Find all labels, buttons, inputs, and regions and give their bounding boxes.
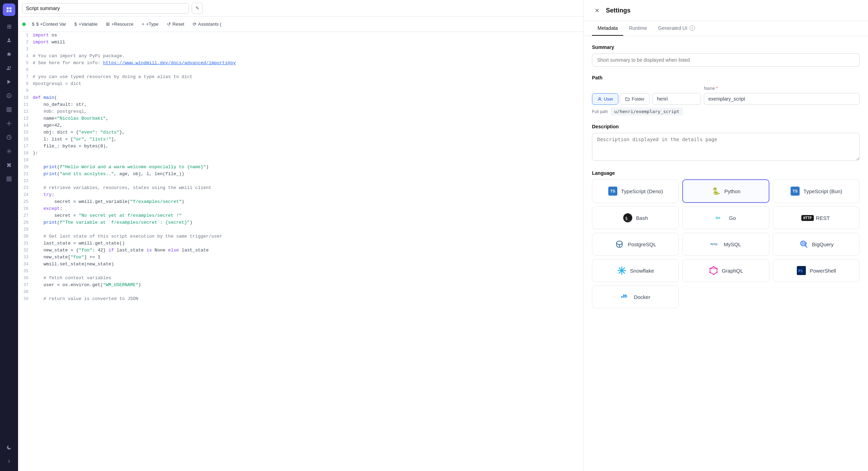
code-line: 28 print(f"The variable at `f/examples/s… (18, 219, 583, 226)
code-line: 18): (18, 150, 583, 157)
folder-icon (625, 97, 630, 102)
lang-mysql[interactable]: MySQL MySQL (682, 233, 769, 256)
code-line: 6 (18, 67, 583, 74)
sidebar-item-user[interactable] (3, 34, 15, 46)
context-var-button[interactable]: $ $ +Context Var (28, 20, 69, 28)
svg-text:$: $ (8, 94, 10, 97)
assistants-icon: ⟳ (193, 22, 197, 27)
settings-header: ✕ Settings (584, 0, 868, 21)
code-line: 31 last_state = wmill.get_state() (18, 240, 583, 247)
assistants-button[interactable]: ⟳ Assistants ( (189, 20, 225, 28)
folder-path-button[interactable]: Folder (620, 93, 650, 105)
path-type-col: User Folder (592, 84, 650, 105)
code-line: 7# you can use typed resources by doing … (18, 74, 583, 80)
sidebar-item-favorites[interactable] (3, 48, 15, 60)
resource-button[interactable]: ⊞ +Resource (102, 20, 137, 28)
sidebar-item-integrations[interactable] (3, 117, 15, 130)
reset-button[interactable]: ↺ Reset (164, 20, 188, 28)
lang-graphql[interactable]: GraphQL (682, 259, 769, 282)
svg-text:Go: Go (716, 216, 720, 220)
powershell-icon: PS (796, 266, 806, 275)
lang-bash[interactable]: $_ Bash (592, 206, 679, 229)
lang-docker[interactable]: Docker (592, 285, 679, 308)
status-indicator (22, 23, 26, 26)
language-label: Language (592, 170, 860, 176)
lang-go[interactable]: Go Go (682, 206, 769, 229)
code-line: 3 (18, 46, 583, 53)
sidebar-item-arrow[interactable] (3, 455, 15, 468)
sidebar-item-grid[interactable] (3, 173, 15, 185)
svg-rect-17 (9, 179, 11, 181)
code-line: 36 # fetch context variables (18, 275, 583, 282)
svg-rect-10 (9, 110, 11, 112)
code-line: 5# See here for more info: https://www.w… (18, 60, 583, 67)
svg-text:PS: PS (798, 269, 803, 273)
lang-powershell[interactable]: PS PowerShell (773, 259, 860, 282)
code-line: 22 (18, 178, 583, 185)
lang-snowflake[interactable]: Snowflake (592, 259, 679, 282)
name-input[interactable] (704, 93, 860, 105)
lang-typescript-bun[interactable]: TS TypeScript (Bun) (773, 179, 860, 203)
name-col: Name * (704, 86, 860, 105)
svg-rect-16 (7, 179, 9, 181)
close-settings-button[interactable]: ✕ (592, 6, 602, 15)
language-section: Language TS TypeScript (Deno) 🐍 Python (592, 170, 860, 308)
code-editor[interactable]: 1import os 2import wmill 3 4# You can im… (18, 32, 583, 471)
summary-section: Summary (592, 44, 860, 67)
description-label: Description (592, 124, 860, 129)
svg-rect-14 (7, 177, 9, 179)
code-line: 4# You can import any PyPi package. (18, 53, 583, 60)
svg-point-13 (8, 151, 10, 152)
sidebar-item-puzzle[interactable] (3, 159, 15, 171)
bash-icon: $_ (623, 213, 633, 223)
code-line: 17 file_: bytes = bytes(0), (18, 143, 583, 150)
user-path-button[interactable]: User (592, 93, 618, 105)
lang-bigquery[interactable]: BQ BigQuery (773, 233, 860, 256)
tab-generated-ui[interactable]: Generated UI i (653, 21, 701, 36)
script-title-input[interactable] (22, 3, 189, 14)
sidebar-item-settings[interactable] (3, 145, 15, 157)
ts-bun-icon: TS (790, 186, 800, 196)
sidebar-item-team[interactable] (3, 62, 15, 74)
sidebar-item-dollar[interactable]: $ (3, 89, 15, 102)
svg-point-0 (8, 38, 10, 40)
python-icon: 🐍 (711, 186, 721, 196)
type-icon: + (142, 22, 144, 27)
svg-rect-15 (9, 177, 11, 179)
svg-text:MySQL: MySQL (710, 243, 718, 246)
full-path-value: u/henri/exemplary_script (611, 108, 683, 115)
app-logo[interactable] (3, 3, 15, 16)
lang-python[interactable]: 🐍 Python (682, 179, 769, 203)
lang-rest[interactable]: HTTP REST (773, 206, 860, 229)
lang-postgresql[interactable]: PostgreSQL (592, 233, 679, 256)
graphql-icon (709, 266, 718, 275)
code-line: 16 l: list = ["or", "lists!"], (18, 136, 583, 143)
edit-button[interactable]: ✎ (192, 3, 203, 14)
code-line: 34 wmill.set_state(new_state) (18, 261, 583, 268)
lang-typescript-deno[interactable]: TS TypeScript (Deno) (592, 179, 679, 203)
code-line: 37 user = os.environ.get("WM_USERNAME") (18, 282, 583, 289)
code-line: 25 secret = wmill.get_variable("f/exampl… (18, 198, 583, 205)
code-line: 12 #db: postgresql, (18, 108, 583, 115)
summary-input[interactable] (592, 53, 860, 67)
user-value-input[interactable] (652, 93, 701, 105)
sidebar-item-dashboard[interactable]: ⊞ (3, 20, 15, 33)
path-row: User Folder Name * (592, 84, 860, 105)
variable-button[interactable]: $ +Variable (71, 20, 101, 28)
sidebar-item-clock[interactable] (3, 131, 15, 144)
code-line: 39 # return value is converted to JSON (18, 296, 583, 302)
plus-icon: $ (74, 22, 77, 27)
user-value-col (652, 84, 701, 105)
code-line: 38 (18, 289, 583, 296)
sidebar-item-moon[interactable] (3, 441, 15, 454)
svg-rect-43 (621, 296, 623, 298)
sidebar-item-run[interactable] (3, 76, 15, 88)
snowflake-icon (617, 266, 627, 275)
tab-runtime[interactable]: Runtime (623, 21, 652, 36)
sidebar-item-resources[interactable] (3, 103, 15, 116)
language-grid: TS TypeScript (Deno) 🐍 Python TS TypeScr… (592, 179, 860, 308)
summary-label: Summary (592, 44, 860, 50)
description-input[interactable] (592, 133, 860, 161)
type-button[interactable]: + +Type (138, 20, 162, 28)
tab-metadata[interactable]: Metadata (592, 21, 623, 36)
